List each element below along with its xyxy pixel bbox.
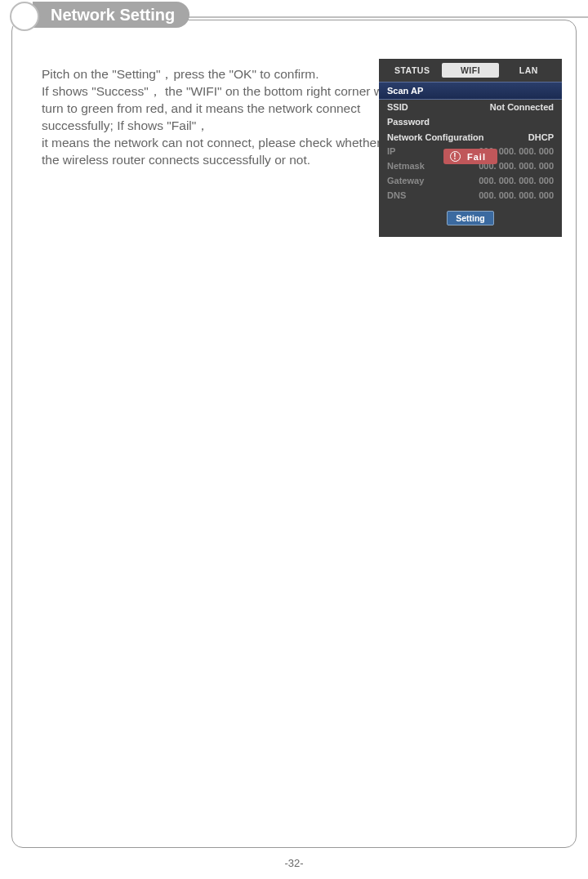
ip-label: IP bbox=[387, 146, 395, 156]
password-label: Password bbox=[387, 117, 430, 127]
tab-wifi[interactable]: WIFI bbox=[442, 63, 498, 78]
netmask-label: Netmask bbox=[387, 161, 425, 171]
setting-button[interactable]: Setting bbox=[447, 211, 494, 225]
ssid-value: Not Connected bbox=[490, 102, 554, 112]
page-title: Network Setting bbox=[33, 2, 189, 28]
fail-label: Fail bbox=[467, 152, 486, 162]
tab-status[interactable]: STATUS bbox=[384, 63, 440, 78]
dns-label: DNS bbox=[387, 190, 406, 200]
dns-value: 000. 000. 000. 000 bbox=[479, 190, 554, 200]
scan-ap-button[interactable]: Scan AP bbox=[379, 82, 562, 100]
gateway-row: Gateway 000. 000. 000. 000 bbox=[379, 173, 562, 188]
gateway-value: 000. 000. 000. 000 bbox=[479, 176, 554, 185]
instruction-text: Pitch on the "Setting"，press the "OK" to… bbox=[42, 66, 393, 169]
password-row: Password bbox=[379, 114, 562, 129]
tab-lan[interactable]: LAN bbox=[501, 63, 557, 78]
dns-row: DNS 000. 000. 000. 000 bbox=[379, 188, 562, 203]
panel-tabs: STATUS WIFI LAN bbox=[379, 59, 562, 82]
ssid-row: SSID Not Connected bbox=[379, 100, 562, 114]
gateway-label: Gateway bbox=[387, 176, 424, 185]
page-number: -32- bbox=[0, 857, 588, 869]
fail-toast: ! Fail bbox=[443, 149, 497, 164]
ssid-label: SSID bbox=[387, 102, 408, 112]
alert-icon: ! bbox=[450, 151, 461, 162]
address-rows: ! Fail IP 000. 000. 000. 000 Netmask 000… bbox=[379, 144, 562, 203]
header-circle-decor bbox=[10, 2, 39, 31]
network-config-row: Network Configuration DHCP bbox=[379, 129, 562, 144]
network-panel: STATUS WIFI LAN Scan AP SSID Not Connect… bbox=[379, 59, 562, 237]
network-config-value: DHCP bbox=[528, 132, 554, 142]
network-config-label: Network Configuration bbox=[387, 132, 484, 142]
